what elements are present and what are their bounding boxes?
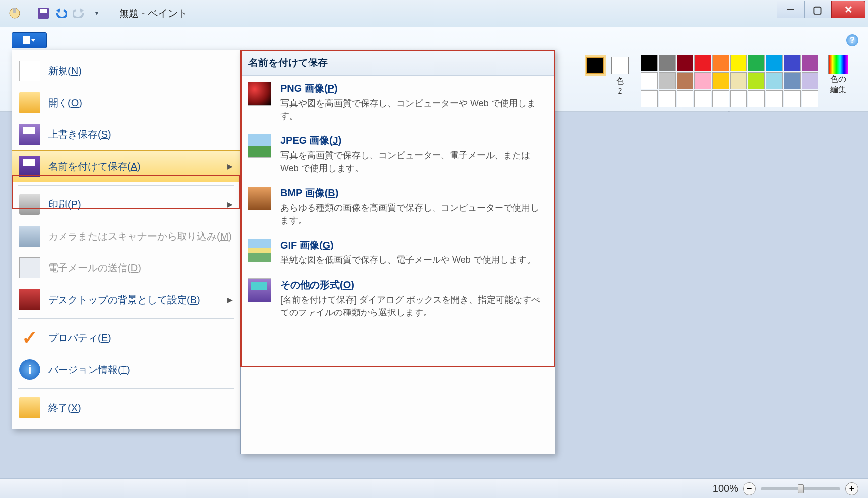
menu-save-as[interactable]: 名前を付けて保存(A) ▶: [12, 150, 240, 182]
save-icon[interactable]: [36, 6, 50, 20]
palette-swatch[interactable]: [730, 90, 747, 107]
save-as-png[interactable]: PNG 画像(P) 写真や図を高画質で保存し、コンピューターや Web で使用し…: [241, 76, 555, 128]
color-palette[interactable]: [641, 55, 818, 107]
other-format-icon: [248, 278, 271, 302]
palette-swatch[interactable]: [802, 72, 818, 89]
palette-swatch[interactable]: [802, 55, 818, 71]
separator: [111, 6, 111, 20]
palette-swatch[interactable]: [730, 72, 747, 89]
palette-swatch[interactable]: [677, 55, 693, 71]
zoom-slider[interactable]: [761, 487, 840, 490]
menu-new[interactable]: 新規(N): [12, 55, 240, 87]
window-title: 無題 - ペイント: [119, 7, 187, 20]
scanner-icon: [19, 226, 40, 247]
palette-swatch[interactable]: [641, 72, 658, 89]
palette-swatch[interactable]: [641, 90, 658, 107]
menu-print[interactable]: 印刷(P) ▶: [12, 188, 240, 220]
maximize-button[interactable]: ▢: [804, 1, 831, 18]
colors-panel: 色 2 色 色の 編集: [584, 55, 848, 121]
zoom-slider-thumb[interactable]: [798, 484, 804, 493]
palette-swatch[interactable]: [712, 90, 729, 107]
menu-set-desktop[interactable]: デスクトップの背景として設定(B) ▶: [12, 284, 240, 315]
app-icon: [8, 6, 22, 20]
palette-swatch[interactable]: [677, 90, 693, 107]
color2-swatch[interactable]: 色 2: [609, 55, 631, 96]
menu-open[interactable]: 開く(O): [12, 87, 240, 119]
save-as-bmp-title: BMP 画像(B): [280, 187, 548, 200]
palette-swatch[interactable]: [677, 72, 693, 89]
palette-swatch[interactable]: [712, 55, 729, 71]
palette-swatch[interactable]: [659, 90, 676, 107]
palette-swatch[interactable]: [766, 55, 783, 71]
svg-rect-3: [40, 9, 47, 13]
zoom-out-button[interactable]: −: [743, 482, 756, 495]
save-as-submenu: 名前を付けて保存 PNG 画像(P) 写真や図を高画質で保存し、コンピューターや…: [240, 50, 555, 454]
menu-exit[interactable]: 終了(X): [12, 392, 240, 424]
gradient-icon: [828, 55, 848, 74]
edit-colors-label: 色の 編集: [828, 74, 848, 95]
menu-send-email[interactable]: 電子メールの送信(D): [12, 252, 240, 284]
palette-swatch[interactable]: [766, 72, 783, 89]
palette-swatch[interactable]: [694, 72, 711, 89]
file-menu-button[interactable]: [12, 32, 47, 48]
zoom-in-button[interactable]: +: [845, 482, 858, 495]
menu-separator: [18, 185, 234, 186]
palette-swatch[interactable]: [784, 72, 801, 89]
close-button[interactable]: ✕: [831, 1, 865, 18]
save-as-gif[interactable]: GIF 画像(G) 単純な図を低画質で保存し、電子メールや Web で使用します…: [241, 233, 555, 272]
palette-swatch[interactable]: [748, 90, 765, 107]
menu-save[interactable]: 上書き保存(S): [12, 119, 240, 150]
checkmark-icon: ✓: [19, 327, 40, 348]
save-as-other[interactable]: その他の形式(O) [名前を付けて保存] ダイアログ ボックスを開き、指定可能な…: [241, 272, 555, 324]
menu-about[interactable]: i バージョン情報(T): [12, 354, 240, 385]
save-as-other-desc: [名前を付けて保存] ダイアログ ボックスを開き、指定可能なすべてのファイルの種…: [280, 294, 548, 318]
save-as-icon: [19, 156, 40, 177]
palette-swatch[interactable]: [784, 90, 801, 107]
palette-group: 色: [641, 55, 818, 121]
submenu-header: 名前を付けて保存: [241, 50, 555, 76]
undo-icon[interactable]: [54, 6, 68, 20]
bmp-icon: [248, 187, 271, 210]
palette-swatch[interactable]: [748, 55, 765, 71]
title-bar: ▾ 無題 - ペイント ─ ▢ ✕: [0, 0, 868, 27]
color1-swatch[interactable]: [584, 55, 606, 96]
save-as-jpeg-title: JPEG 画像(J): [280, 134, 548, 147]
quick-access-toolbar: ▾: [3, 6, 114, 20]
mail-icon: [19, 257, 40, 278]
open-folder-icon: [19, 92, 40, 113]
save-icon: [19, 124, 40, 145]
qat-customize-icon[interactable]: ▾: [90, 6, 104, 20]
menu-separator: [18, 318, 234, 319]
separator: [29, 6, 29, 20]
palette-swatch[interactable]: [659, 55, 676, 71]
save-as-gif-desc: 単純な図を低画質で保存し、電子メールや Web で使用します。: [280, 254, 548, 266]
redo-icon[interactable]: [72, 6, 86, 20]
help-button[interactable]: ?: [846, 34, 858, 46]
save-as-jpeg-desc: 写真を高画質で保存し、コンピューター、電子メール、または Web で使用します。: [280, 149, 548, 174]
save-as-jpeg[interactable]: JPEG 画像(J) 写真を高画質で保存し、コンピューター、電子メール、または …: [241, 128, 555, 180]
file-menu: 新規(N) 開く(O) 上書き保存(S) 名前を付けて保存(A) ▶ 印刷(P)…: [12, 50, 240, 429]
edit-colors-button[interactable]: 色の 編集: [828, 55, 848, 95]
new-file-icon: [19, 61, 40, 81]
gif-icon: [248, 239, 271, 262]
color2-label: 色 2: [609, 76, 631, 96]
jpeg-icon: [248, 134, 271, 158]
palette-swatch[interactable]: [766, 90, 783, 107]
palette-swatch[interactable]: [802, 90, 818, 107]
palette-swatch[interactable]: [694, 55, 711, 71]
palette-swatch[interactable]: [730, 55, 747, 71]
save-as-bmp[interactable]: BMP 画像(B) あらゆる種類の画像を高画質で保存し、コンピューターで使用しま…: [241, 181, 555, 233]
palette-swatch[interactable]: [659, 72, 676, 89]
palette-swatch[interactable]: [712, 72, 729, 89]
minimize-button[interactable]: ─: [777, 1, 804, 18]
palette-swatch[interactable]: [784, 55, 801, 71]
palette-swatch[interactable]: [641, 55, 658, 71]
menu-from-scanner[interactable]: カメラまたはスキャナーから取り込み(M): [12, 220, 240, 252]
submenu-arrow-icon: ▶: [227, 162, 233, 170]
palette-swatch[interactable]: [694, 90, 711, 107]
palette-swatch[interactable]: [748, 72, 765, 89]
menu-properties[interactable]: ✓ プロパティ(E): [12, 322, 240, 354]
submenu-arrow-icon: ▶: [227, 296, 233, 304]
zoom-level: 100%: [713, 483, 738, 494]
png-icon: [248, 82, 271, 106]
